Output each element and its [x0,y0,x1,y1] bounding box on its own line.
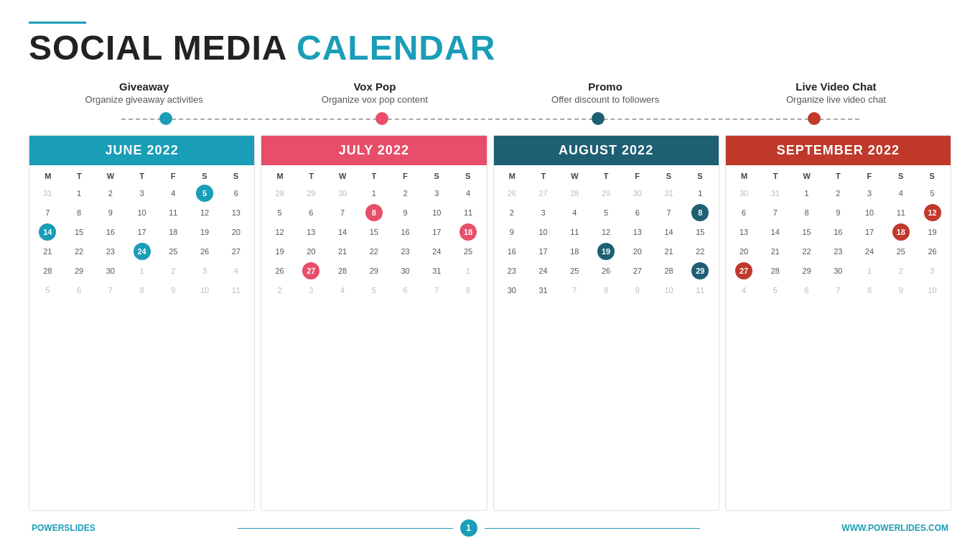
cal-cell: 2 [508,204,515,221]
cal-cell: 19 [274,243,286,260]
cal-cell: 27 [230,243,242,260]
day-name: W [327,170,358,182]
cal-cell: 17 [431,223,442,241]
cal-cell: 3 [139,185,146,202]
cal-cell: 14 [770,223,781,241]
cal-cell: 6 [402,282,409,299]
cal-cell: 23 [506,262,518,279]
cal-cell: 16 [506,243,518,260]
categories-row: Giveaway Organize giveaway activities Vo… [29,80,951,105]
day-name: F [622,170,653,182]
cal-cell: 7 [571,282,578,299]
cal-cell: 2 [402,185,409,202]
cal-cell: 10 [538,223,549,241]
cal-cell: 28 [42,262,53,279]
cal-cell: 23 [105,243,116,260]
day-name: T [126,170,158,182]
cal-cell: 12 [274,223,286,241]
cal-cell: 6 [634,204,641,221]
day-name: T [760,170,791,182]
cal-cell: 18 [569,243,580,260]
cal-cell: 13 [230,204,242,221]
cal-cell: 11 [895,204,907,221]
cal-cell: 6 [803,282,811,299]
day-name: T [528,170,559,182]
day-name: F [390,170,421,182]
cal-cell: 5 [370,282,378,299]
cal-cell: 12 [600,223,612,241]
cal-cell: 29 [600,185,612,202]
cal-cell: 1 [803,185,811,202]
cal-cell: 30 [105,262,116,279]
cal-cell: 27 [632,262,643,279]
cal-cell: 22 [73,243,85,260]
calendar-body-2: MTWTFSS262728293031123456789101112131415… [494,165,719,510]
cal-cell: 6 [75,282,83,299]
day-name: S [452,170,484,182]
day-name: T [590,170,622,182]
cal-cell: 13 [632,223,643,241]
cal-cell: 22 [368,243,380,260]
cal-cell: 2 [169,262,177,279]
cal-cell: 11 [569,223,580,241]
cal-cell: 8 [465,282,472,299]
cal-cell: 9 [107,204,114,221]
cal-cell: 3 [866,185,873,202]
cal-cell: 7 [44,204,51,221]
cal-cell: 21 [337,243,348,260]
cal-cell: 9 [508,223,515,241]
calendar-body-3: MTWTFSS303112345678910111213141516171819… [726,165,951,510]
cal-cell: 24 [538,262,549,279]
cal-cell: 5 [602,204,610,221]
cal-cell: 4 [897,185,905,202]
timeline-dot-4 [808,112,821,125]
cal-cell: 5 [929,185,936,202]
cal-cell: 30 [832,262,844,279]
day-name: S [421,170,452,182]
cal-cell: 10 [199,282,210,299]
cal-cell: 24 [864,243,875,260]
day-name: W [791,170,823,182]
category-voxpop: Vox Pop Organize vox pop content [259,80,490,105]
cal-cell: 20 [738,243,750,260]
cal-cell: 1 [696,185,704,202]
calendar-0: JUNE 2022MTWTFSS311234567891011121314151… [29,135,255,511]
calendar-header-1: JULY 2022 [261,136,486,165]
cal-cell: 16 [105,223,116,241]
cal-cell: 5 [276,204,284,221]
cal-cell: 27 [538,185,549,202]
cal-cell: 25 [167,243,179,260]
cal-cell: 28 [569,185,580,202]
calendar-body-1: MTWTFSS282930123456789101112131415161718… [261,165,486,510]
cal-cell: 26 [274,262,286,279]
cal-cell: 28 [663,262,675,279]
cal-cell: 19 [927,223,938,241]
cal-cell: 10 [136,204,148,221]
cal-cell: 16 [400,223,411,241]
cal-cell: 20 [230,223,242,241]
cal-cell: 18 [459,223,477,241]
cal-cell: 3 [307,282,314,299]
cal-cell: 26 [506,185,518,202]
calendar-header-2: AUGUST 2022 [494,136,719,165]
title-black: SOCIAL MEDIA [29,29,286,67]
cal-cell: 22 [801,243,813,260]
cal-cell: 16 [832,223,844,241]
day-name: F [854,170,885,182]
timeline-line [121,119,859,120]
footer-page-badge: 1 [460,519,477,537]
timeline-dot-1 [159,112,172,125]
cal-cell: 30 [738,185,750,202]
cal-cell: 7 [834,282,841,299]
calendar-2: AUGUST 2022MTWTFSS2627282930311234567891… [493,135,719,511]
title-blue: CALENDAR [297,29,495,67]
cal-cell: 29 [801,262,813,279]
category-title-promo: Promo [490,80,721,93]
cal-cell: 31 [538,282,549,299]
cal-cell: 31 [431,262,442,279]
cal-cell: 4 [571,204,578,221]
day-name: T [823,170,854,182]
day-name: S [684,170,716,182]
cal-cell: 3 [929,262,936,279]
cal-cell: 12 [199,204,210,221]
